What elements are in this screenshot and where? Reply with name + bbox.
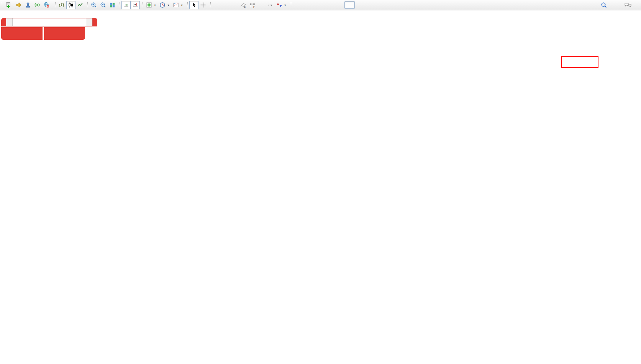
svg-text:F: F (253, 6, 255, 8)
horizontal-line-button[interactable] (221, 1, 230, 9)
autotrading-globe-icon (43, 2, 50, 8)
arrows-button[interactable]: ▼ (275, 1, 288, 9)
periods-button[interactable]: ▼ (158, 1, 171, 9)
clock-icon (159, 2, 166, 8)
text-label-button[interactable] (266, 1, 275, 9)
one-click-trading-panel (1, 18, 85, 40)
autoscroll-button[interactable] (121, 1, 131, 9)
chevron-down-icon: ▼ (180, 4, 183, 7)
arrow-objects-icon (276, 2, 282, 8)
one-click-prices-row (1, 27, 85, 40)
tf-d1-button[interactable] (355, 1, 365, 9)
tf-h4-button[interactable] (344, 1, 355, 9)
toolbar-group-objects: E F ▼ (209, 0, 290, 10)
svg-text:E: E (244, 6, 246, 8)
sell-price[interactable] (1, 27, 43, 40)
vertical-line-button[interactable] (212, 1, 221, 9)
volume-decrease-button[interactable] (6, 18, 13, 26)
bar-chart-button[interactable] (57, 1, 66, 9)
terminal-window: ▼ ▼ ▼ E (0, 0, 641, 364)
zoom-in-button[interactable] (89, 1, 98, 9)
channel-button[interactable]: E (239, 1, 248, 9)
volume-input[interactable] (13, 18, 86, 26)
cursor-arrow-icon (191, 2, 197, 8)
text-button[interactable] (257, 1, 266, 9)
new-order-button[interactable] (4, 1, 14, 9)
toolbar-group-zoom (86, 0, 118, 10)
autoscroll-icon (123, 2, 129, 8)
line-chart-icon (77, 2, 83, 8)
zoom-out-button[interactable] (98, 1, 108, 9)
crosshair-icon (200, 2, 206, 8)
buy-button[interactable] (93, 18, 97, 26)
tf-mn-button[interactable] (375, 1, 386, 9)
person-icon (25, 2, 31, 8)
signals-button[interactable] (33, 1, 42, 9)
price-annotation-label[interactable] (561, 56, 598, 68)
zoom-out-icon (100, 2, 106, 8)
tile-windows-button[interactable] (108, 1, 117, 9)
search-button[interactable] (599, 1, 609, 9)
cursor-button[interactable] (189, 1, 198, 9)
megaphone-icon (16, 2, 22, 8)
sell-button[interactable] (1, 18, 6, 26)
toolbar-right (599, 1, 641, 9)
tile-windows-icon (109, 2, 115, 8)
community-button[interactable] (23, 1, 33, 9)
tf-m5-button[interactable] (303, 1, 313, 9)
toolbar-group-timeframes (290, 0, 387, 10)
toolbar-group-cursor (186, 0, 209, 10)
indicators-button[interactable]: ▼ (144, 1, 158, 9)
search-icon (601, 2, 607, 8)
chevron-down-icon: ▼ (167, 4, 170, 7)
signal-icon (34, 2, 40, 8)
text-label-icon (269, 5, 272, 5)
candlestick-chart-button[interactable] (66, 1, 75, 9)
toolbar-group-chart-type (54, 0, 86, 10)
new-order-icon (5, 2, 11, 8)
chevron-down-icon: ▼ (154, 4, 156, 7)
indicators-plus-icon (146, 2, 152, 8)
volume-increase-button[interactable] (86, 18, 92, 26)
toolbar-group-scroll (118, 0, 141, 10)
bar-chart-icon (59, 2, 65, 8)
symbol-ohlc-line (3, 12, 4, 17)
equidistant-channel-icon: E (240, 2, 246, 8)
crosshair-button[interactable] (198, 1, 208, 9)
chart-shift-icon (132, 2, 138, 8)
volume-stepper (6, 18, 93, 26)
fibonacci-button[interactable]: F (248, 1, 257, 9)
toolbar-group-standard (1, 0, 54, 10)
one-click-top-row (1, 18, 85, 26)
tf-m1-button[interactable] (293, 1, 303, 9)
templates-button[interactable]: ▼ (171, 1, 185, 9)
chart-canvas[interactable] (0, 0, 641, 364)
candlestick-chart-icon (68, 2, 74, 8)
news-button[interactable] (14, 1, 23, 9)
trendline-button[interactable] (230, 1, 239, 9)
chart-shift-button[interactable] (131, 1, 140, 9)
chat-button[interactable] (623, 1, 633, 9)
line-chart-button[interactable] (75, 1, 85, 9)
tf-w1-button[interactable] (365, 1, 375, 9)
toolbar-group-insert: ▼ ▼ ▼ (141, 0, 186, 10)
chat-bubbles-icon (624, 2, 632, 8)
chevron-down-icon: ▼ (284, 4, 287, 7)
fibonacci-icon: F (249, 2, 256, 8)
toolbar: ▼ ▼ ▼ E (0, 0, 641, 10)
autotrading-button[interactable] (42, 1, 52, 9)
tf-m15-button[interactable] (313, 1, 324, 9)
template-icon (173, 2, 179, 8)
zoom-in-icon (91, 2, 97, 8)
tf-h1-button[interactable] (334, 1, 344, 9)
tf-m30-button[interactable] (324, 1, 334, 9)
buy-price[interactable] (44, 27, 85, 40)
